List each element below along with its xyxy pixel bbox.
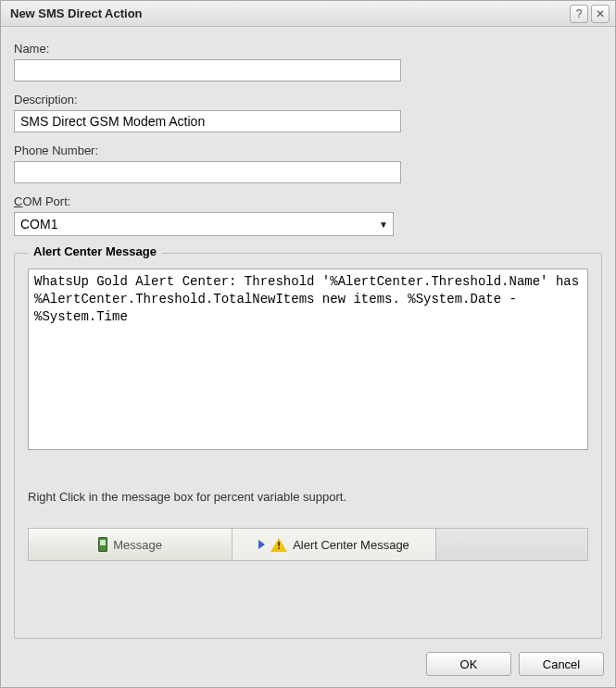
tab-alert-center-label: Alert Center Message: [293, 538, 409, 552]
titlebar: New SMS Direct Action ? ✕: [1, 1, 615, 27]
phone-label: Phone Number:: [14, 144, 602, 157]
phone-icon: [98, 537, 107, 552]
help-button[interactable]: ?: [570, 5, 588, 23]
alert-center-fieldset: Alert Center Message Right Click in the …: [14, 253, 602, 639]
warning-icon: [270, 538, 287, 552]
dialog-content: Name: Description: Phone Number: COM Por…: [1, 27, 615, 639]
sms-direct-action-dialog: New SMS Direct Action ? ✕ Name: Descript…: [0, 0, 616, 688]
tab-message[interactable]: Message: [29, 529, 233, 560]
dialog-title: New SMS Direct Action: [10, 6, 567, 20]
comport-select-wrap: ▼: [14, 212, 394, 236]
name-input[interactable]: [14, 59, 401, 81]
cancel-button[interactable]: Cancel: [519, 652, 604, 676]
tab-message-label: Message: [113, 538, 162, 552]
tab-bar: Message Alert Center Message: [28, 528, 588, 561]
comport-select[interactable]: [14, 212, 394, 236]
tab-alert-center[interactable]: Alert Center Message: [233, 529, 436, 560]
fieldset-legend: Alert Center Message: [28, 244, 162, 258]
close-icon: ✕: [596, 7, 605, 20]
description-label: Description:: [14, 93, 602, 106]
arrow-right-icon: [258, 540, 265, 549]
ok-button[interactable]: OK: [426, 652, 511, 676]
comport-label: COM Port:: [14, 194, 602, 208]
name-label: Name:: [14, 42, 602, 56]
alert-message-textarea[interactable]: [28, 269, 588, 450]
hint-text: Right Click in the message box for perce…: [28, 490, 588, 504]
help-icon: ?: [576, 7, 583, 20]
close-button[interactable]: ✕: [591, 5, 610, 23]
description-input[interactable]: [14, 110, 401, 132]
phone-input[interactable]: [14, 161, 401, 183]
button-bar: OK Cancel: [1, 639, 615, 687]
